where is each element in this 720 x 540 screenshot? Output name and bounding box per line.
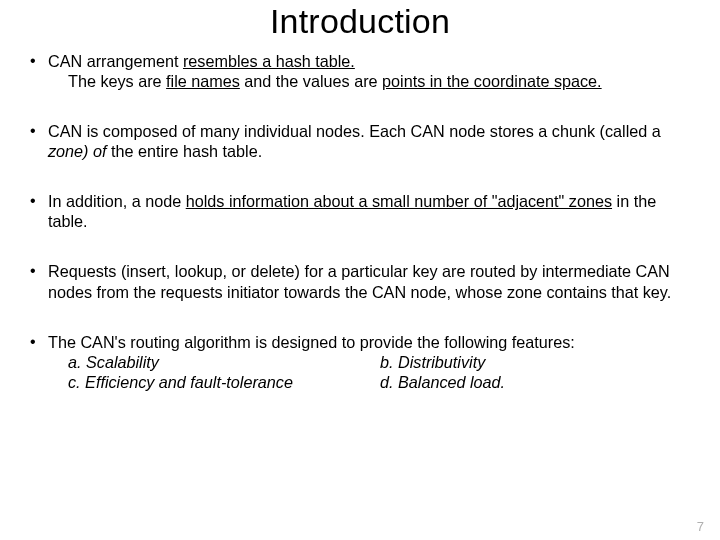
bullet-3: In addition, a node holds information ab… (28, 191, 692, 231)
page-number: 7 (697, 519, 704, 534)
text: CAN is composed of many individual nodes… (48, 122, 661, 140)
text: The keys are (68, 72, 166, 90)
bullet-5: The CAN's routing algorithm is designed … (28, 332, 692, 392)
bullet-list: CAN arrangement resembles a hash table. … (28, 51, 692, 392)
text: CAN arrangement (48, 52, 183, 70)
feature-a: a. Scalability (68, 352, 380, 372)
text: the entire hash table. (107, 142, 263, 160)
text: The CAN's routing algorithm is designed … (48, 333, 575, 351)
text-underline: file names (166, 72, 240, 90)
text: Requests (insert, lookup, or delete) for… (48, 262, 671, 300)
text-underline: holds information about a small number o… (186, 192, 612, 210)
text-italic: zone) of (48, 142, 107, 160)
text-underline: resembles a hash table. (183, 52, 355, 70)
bullet-1: CAN arrangement resembles a hash table. … (28, 51, 692, 91)
slide: Introduction CAN arrangement resembles a… (0, 2, 720, 540)
feature-list: a. Scalability b. Distributivity c. Effi… (48, 352, 692, 392)
text: and the values are (240, 72, 382, 90)
feature-d: d. Balanced load. (380, 372, 692, 392)
slide-title: Introduction (28, 2, 692, 41)
feature-c: c. Efficiency and fault-tolerance (68, 372, 380, 392)
bullet-4: Requests (insert, lookup, or delete) for… (28, 261, 692, 301)
bullet-1-line2: The keys are file names and the values a… (48, 71, 692, 91)
feature-b: b. Distributivity (380, 352, 692, 372)
text: In addition, a node (48, 192, 186, 210)
text-underline: points in the coordinate space. (382, 72, 602, 90)
bullet-2: CAN is composed of many individual nodes… (28, 121, 692, 161)
